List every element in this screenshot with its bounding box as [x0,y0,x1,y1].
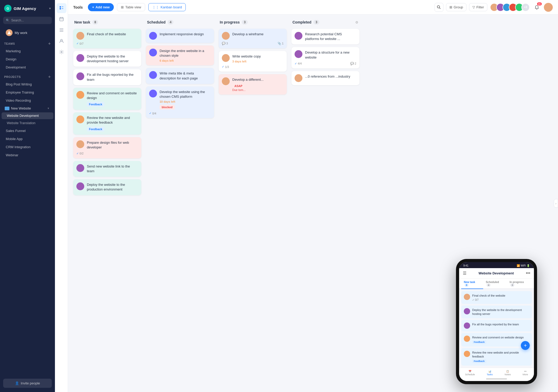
sidebar-item-mobile[interactable]: Mobile App [2,135,53,143]
sidebar-item-crm[interactable]: CRM Integration [2,143,53,151]
phone-nav-label: Notes [505,373,511,376]
sidebar-item-sales[interactable]: Sales Funnel [2,127,53,135]
task-card[interactable]: Final check of the website✓ 0/7 [73,29,141,48]
group-icon: ⊞ [449,5,452,9]
task-card[interactable]: Prepare design files for web developer✓ … [73,137,141,158]
sidebar-item-employee[interactable]: Employee Training [2,89,53,96]
more-icon[interactable]: ••• [526,271,530,275]
phone-nav-notes[interactable]: 📋Notes [505,370,511,376]
card-avatar [76,140,84,148]
task-card[interactable]: Develop a different...ASAPDue tom... [219,74,287,95]
col-header-completed: Completed 3 ⚙ [291,20,359,26]
chevron-down-icon: ▾ [49,7,51,10]
phone-card-avatar [464,351,470,357]
task-card[interactable]: Implement responsive design [146,29,214,43]
phone-nav-more[interactable]: •••More [523,370,528,376]
invite-people-button[interactable]: 👤 Invite people [3,379,52,388]
add-project-icon[interactable]: + [48,74,51,79]
sidebar-item-marketing[interactable]: Marketing [2,47,53,55]
task-card[interactable]: Develop a wireframe💬 3📎 1 [219,29,287,48]
table-view-label: Table view [125,5,141,9]
notification-button[interactable]: 21 [532,3,541,12]
new-website-folder[interactable]: New Website ▾ [2,105,53,112]
card-text: Deploy the website to the production env… [87,182,138,192]
card-avatar [295,74,302,82]
table-view-button[interactable]: ⊞ Table view [117,3,145,11]
phone-tab[interactable]: In progress 3 [507,279,532,289]
task-card[interactable]: ...0 references from ...industry [291,71,359,85]
nav-list-icon[interactable] [57,25,66,35]
group-button[interactable]: ⊞ Group [446,3,466,11]
task-card[interactable]: Deploy the website to the production env… [73,179,141,195]
collapse-button[interactable]: › [554,199,558,208]
task-card[interactable]: Review and comment on website designFeed… [73,88,141,110]
sidebar-item-video[interactable]: Video Recording [2,97,53,104]
task-card[interactable]: Research potential CMS platforms for web… [291,29,359,44]
sidebar-item-design[interactable]: Design [2,55,53,63]
phone-task-card[interactable]: Review the new website and provide feedb… [461,348,532,366]
phone-status-bar: 9:41 📶 WiFi 🔋 [459,262,534,268]
phone-card-avatar [464,322,470,329]
phone-tab[interactable]: Scheduled 4 [483,279,507,289]
teams-section-header: Teams + [0,38,55,47]
sidebar-item-blog[interactable]: Blog Post Writing [2,80,53,88]
task-card[interactable]: Write meta title & meta description for … [146,68,214,84]
plus-icon: + [92,5,94,9]
task-card[interactable]: Develop a structure for a new website✓ 4… [291,47,359,68]
card-avatar [222,32,230,40]
svg-rect-5 [60,18,63,21]
sidebar-item-webinar[interactable]: Webinar [2,151,53,159]
search-button[interactable] [435,3,443,12]
comment-count: 💬 2 [350,62,356,65]
sidebar-item-development[interactable]: Development [2,64,53,71]
phone-nav-label: Schedule [465,373,475,376]
nav-settings-icon[interactable] [57,47,66,57]
sidebar-item-website-trans[interactable]: Website Translation [2,120,53,126]
tag-blocked: blocked [160,105,175,109]
col-new-task: New task 8 Final check of the website✓ 0… [73,20,141,387]
task-card[interactable]: Deploy the website to the development ho… [73,51,141,67]
topbar: Tools + Add new ⊞ Table view ⋮⋮ Kanban b… [68,0,558,15]
phone-task-card[interactable]: Deploy the website to the development ho… [461,305,532,319]
sidebar: G GIM Agency ▾ 🔍 Search... My work Teams… [0,0,55,392]
task-card[interactable]: Review the new website and provide feedb… [73,112,141,134]
phone-tab[interactable]: New task 8 [461,279,483,289]
nav-tasks-icon[interactable] [57,3,66,13]
card-text: ...0 references from ...industry [305,74,356,79]
phone-time: 9:41 [463,264,468,267]
nav-user-icon[interactable] [57,36,66,46]
phone-mockup: 9:41 📶 WiFi 🔋 ☰ Website Development ••• … [456,259,537,384]
task-card[interactable]: Design the entire website in a chosen st… [146,45,214,65]
phone-task-card[interactable]: Final check of the website✓ 0/7 [461,291,532,304]
avatar-plus[interactable]: +3 [521,3,530,11]
add-new-label: Add new [95,5,110,9]
hamburger-icon[interactable]: ☰ [463,271,466,276]
add-team-icon[interactable]: + [48,41,51,46]
sidebar-logo[interactable]: G GIM Agency ▾ [0,0,55,17]
card-text: Develop a wireframe [232,32,284,37]
projects-section-header: Projects + [0,71,55,80]
my-work-item[interactable]: My work [2,27,53,38]
add-new-button[interactable]: + Add new [88,3,114,11]
user-avatar[interactable] [544,3,553,12]
phone-fab-button[interactable]: + [521,341,530,350]
phone-nav-schedule[interactable]: 📅Schedule [465,370,475,376]
task-card[interactable]: Send new website link to the team [73,161,141,177]
phone-nav-tasks[interactable]: 📊Tasks [487,370,493,376]
phone-bottom-nav: 📅Schedule📊Tasks📋Notes•••More [459,368,534,377]
search-placeholder: Search... [11,19,24,22]
icon-nav [55,0,68,392]
sidebar-item-website-dev[interactable]: Website Development [2,112,53,119]
search-input[interactable]: 🔍 Search... [3,17,52,24]
filter-button[interactable]: ▽ Filter [469,3,487,11]
chevron-down-icon: ▾ [48,107,49,110]
card-avatar [76,91,84,99]
kanban-board-button[interactable]: ⋮⋮ Kanban board [148,3,186,11]
logo-icon: G [4,5,12,12]
task-card[interactable]: Fix all the bugs reported by the team [73,69,141,85]
col-settings-icon[interactable]: ⚙ [355,20,358,24]
task-card[interactable]: Develop the website using the chosen CMS… [146,87,214,118]
task-card[interactable]: Write website copy3 days left✓ 1/3 [219,51,287,72]
nav-calendar-icon[interactable] [57,14,66,24]
phone-task-card[interactable]: Fix all the bugs reported by the team [461,320,532,331]
